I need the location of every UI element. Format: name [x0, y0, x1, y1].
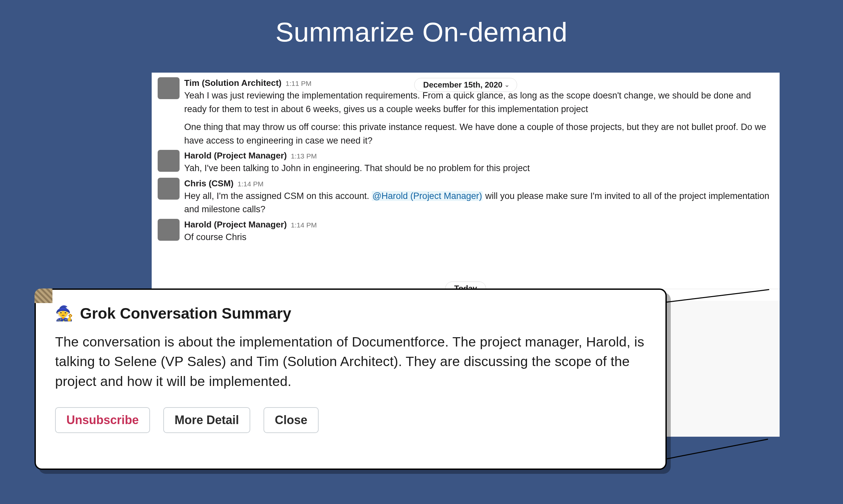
user-mention[interactable]: @Harold (Project Manager): [372, 191, 483, 201]
wizard-icon: 🧙: [55, 306, 73, 321]
summary-body: The conversation is about the implementa…: [55, 332, 646, 391]
summary-title: Grok Conversation Summary: [80, 304, 291, 322]
date-chip-label: December 15th, 2020: [423, 80, 502, 90]
message-row: Harold (Project Manager) 1:14 PM Of cour…: [152, 217, 780, 245]
message-text: Yah, I've been talking to John in engine…: [184, 161, 774, 175]
more-detail-button[interactable]: More Detail: [163, 407, 250, 433]
message-author[interactable]: Harold (Project Manager): [184, 150, 287, 161]
message-text: Hey all, I'm the assigned CSM on this ac…: [184, 189, 774, 216]
message-author[interactable]: Harold (Project Manager): [184, 219, 287, 230]
message-time: 1:13 PM: [291, 152, 316, 160]
callout-connector-line: [660, 439, 768, 461]
message-text: Of course Chris: [184, 231, 774, 244]
unsubscribe-button[interactable]: Unsubscribe: [55, 407, 150, 433]
avatar[interactable]: [158, 150, 179, 172]
message-row: Chris (CSM) 1:14 PM Hey all, I'm the ass…: [152, 176, 780, 217]
avatar[interactable]: [158, 219, 179, 241]
summary-callout: 🧙 Grok Conversation Summary The conversa…: [35, 288, 667, 470]
message-row: Harold (Project Manager) 1:13 PM Yah, I'…: [152, 148, 780, 176]
date-chip[interactable]: December 15th, 2020 ⌄: [414, 78, 517, 92]
avatar-fragment: [35, 288, 52, 303]
avatar[interactable]: [158, 77, 179, 99]
close-button[interactable]: Close: [263, 407, 319, 433]
message-time: 1:14 PM: [291, 221, 316, 229]
summary-actions: Unsubscribe More Detail Close: [55, 407, 646, 433]
message-author[interactable]: Tim (Solution Architect): [184, 78, 281, 88]
avatar[interactable]: [158, 178, 179, 200]
slide-title: Summarize On-demand: [0, 0, 843, 48]
message-author[interactable]: Chris (CSM): [184, 178, 234, 189]
message-time: 1:14 PM: [238, 180, 263, 188]
chevron-down-icon: ⌄: [504, 81, 510, 89]
message-text: Yeah I was just reviewing the implementa…: [184, 89, 774, 147]
message-time: 1:11 PM: [286, 79, 311, 88]
